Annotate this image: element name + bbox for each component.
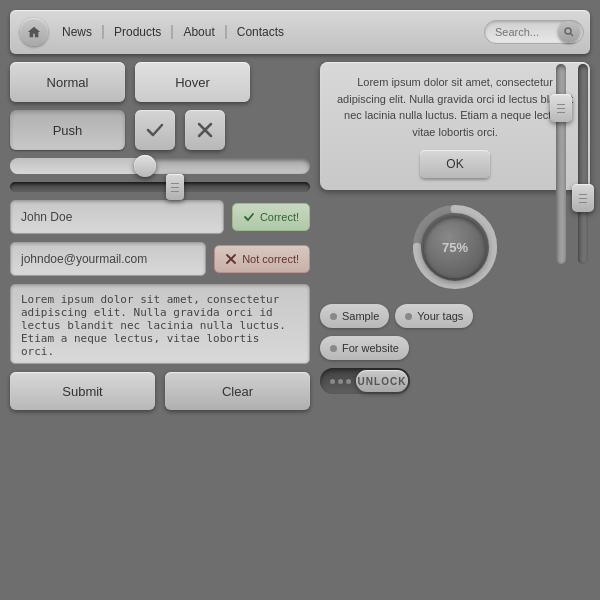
hover-button[interactable]: Hover	[135, 62, 250, 102]
slider-thumb-2[interactable]	[166, 174, 184, 200]
email-input-row: Not correct!	[10, 242, 310, 276]
checkmark-icon	[145, 120, 165, 140]
button-row-1: Normal Hover	[10, 62, 310, 102]
thumb-line	[171, 191, 179, 192]
nav-item-news[interactable]: News	[54, 25, 100, 39]
toggle-dot	[346, 379, 351, 384]
vertical-thumb-1[interactable]	[550, 94, 572, 122]
toggle-dots	[320, 379, 351, 384]
home-button[interactable]	[20, 18, 48, 46]
nav-separator	[225, 25, 227, 39]
progress-value: 75%	[442, 240, 468, 255]
search-icon	[564, 27, 574, 37]
tag-dot	[405, 313, 412, 320]
thumb-line	[557, 108, 565, 109]
name-input[interactable]	[10, 200, 224, 234]
tags-row: Sample Your tags	[320, 304, 590, 328]
email-input[interactable]	[10, 242, 206, 276]
textarea[interactable]: Lorem ipsum dolor sit amet, consectetur …	[10, 284, 310, 364]
nav-item-products[interactable]: Products	[106, 25, 169, 39]
normal-button[interactable]: Normal	[10, 62, 125, 102]
vertical-thumb-2[interactable]	[572, 184, 594, 212]
tag-label: Your tags	[417, 310, 463, 322]
thumb-line	[579, 198, 587, 199]
correct-badge: Correct!	[232, 203, 310, 231]
cross-small-icon	[225, 253, 237, 265]
search-button[interactable]	[558, 21, 580, 43]
submit-button[interactable]: Submit	[10, 372, 155, 410]
dialog-box: Lorem ipsum dolor sit amet, consectetur …	[320, 62, 590, 190]
tag-dot	[330, 313, 337, 320]
slider-track-1[interactable]	[10, 158, 310, 174]
push-button[interactable]: Push	[10, 110, 125, 150]
unlock-row: UNLOCK	[320, 368, 590, 394]
vertical-slider-1[interactable]	[556, 64, 566, 264]
correct-label: Correct!	[260, 211, 299, 223]
sliders	[10, 158, 310, 192]
tag-label: For website	[342, 342, 399, 354]
circular-progress-container: 75%	[320, 202, 590, 292]
cross-icon-button[interactable]	[185, 110, 225, 150]
nav-item-contacts[interactable]: Contacts	[229, 25, 292, 39]
slider-fill-1	[10, 158, 145, 174]
action-buttons: Submit Clear	[10, 372, 310, 410]
ok-button[interactable]: OK	[420, 150, 490, 178]
thumb-line	[579, 202, 587, 203]
search-container	[484, 20, 580, 44]
thumb-line	[557, 112, 565, 113]
dialog-text: Lorem ipsum dolor sit amet, consectetur …	[332, 74, 578, 140]
thumb-line	[557, 104, 565, 105]
progress-inner: 75%	[424, 216, 486, 278]
thumb-line	[579, 194, 587, 195]
button-row-2: Push	[10, 110, 310, 150]
vertical-slider-2[interactable]	[578, 64, 588, 264]
vertical-sliders	[556, 64, 588, 264]
incorrect-label: Not correct!	[242, 253, 299, 265]
home-icon	[27, 25, 41, 39]
toggle-knob[interactable]: UNLOCK	[356, 370, 408, 392]
tag-dot	[330, 345, 337, 352]
slider-track-2[interactable]	[10, 182, 310, 192]
clear-button[interactable]: Clear	[165, 372, 310, 410]
slider-thumb-1[interactable]	[134, 155, 156, 177]
left-panel: Normal Hover Push	[10, 62, 310, 410]
thumb-line	[171, 183, 179, 184]
svg-line-1	[571, 34, 574, 37]
toggle-dot	[330, 379, 335, 384]
tag-for-website[interactable]: For website	[320, 336, 409, 360]
cross-icon	[195, 120, 215, 140]
nav-separator	[102, 25, 104, 39]
thumb-line	[171, 187, 179, 188]
incorrect-badge: Not correct!	[214, 245, 310, 273]
check-small-icon	[243, 211, 255, 223]
main-content: Normal Hover Push	[10, 62, 590, 410]
circular-progress: 75%	[410, 202, 500, 292]
unlock-toggle[interactable]: UNLOCK	[320, 368, 410, 394]
tag-label: Sample	[342, 310, 379, 322]
tag-sample[interactable]: Sample	[320, 304, 389, 328]
svg-point-0	[565, 28, 571, 34]
navbar: News Products About Contacts	[10, 10, 590, 54]
nav-item-about[interactable]: About	[175, 25, 222, 39]
tag-your-tags[interactable]: Your tags	[395, 304, 473, 328]
check-icon-button[interactable]	[135, 110, 175, 150]
toggle-dot	[338, 379, 343, 384]
nav-separator	[171, 25, 173, 39]
name-input-row: Correct!	[10, 200, 310, 234]
tags-row-2: For website	[320, 336, 590, 360]
